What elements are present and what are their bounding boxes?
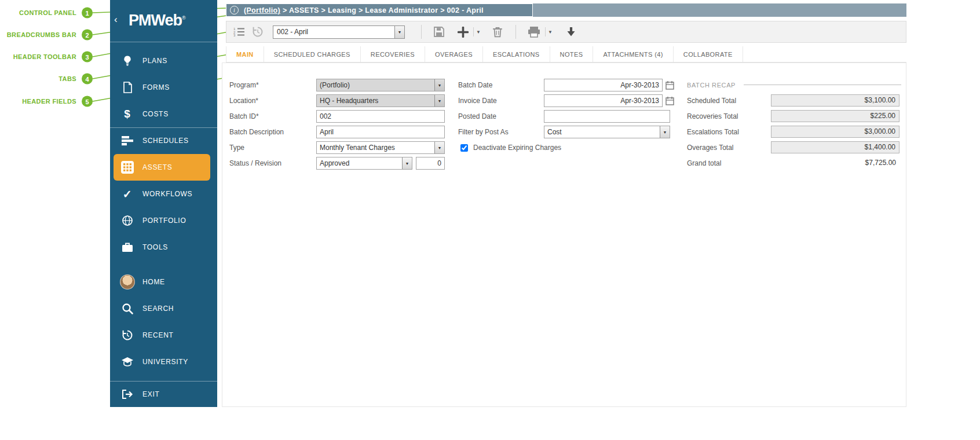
save-icon[interactable]: [433, 26, 445, 38]
toolbar-separator: [473, 27, 474, 36]
sidebar-group-main: PLANS FORMS $ COSTS: [110, 47, 217, 128]
toolbar-separator: [515, 25, 516, 39]
tab-main[interactable]: MAIN: [226, 46, 264, 62]
sidebar-item-label: UNIVERSITY: [142, 358, 188, 366]
search-icon: [120, 303, 135, 314]
annotation-label-control-panel: CONTROL PANEL: [0, 9, 76, 16]
batch-id-field[interactable]: [316, 110, 445, 123]
recoveries-total-value: $225.00: [771, 110, 899, 122]
collapse-sidebar-icon[interactable]: ‹: [114, 14, 118, 25]
record-selector[interactable]: 002 - April ▼: [273, 25, 405, 39]
sidebar-item-label: PORTFOLIO: [142, 217, 186, 225]
tab-recoveries[interactable]: RECOVERIES: [361, 46, 425, 62]
info-icon[interactable]: i: [230, 6, 239, 14]
annotation-label-breadcrumbs-bar: BREADCRUMBS BAR: [0, 31, 76, 38]
chevron-down-icon[interactable]: ▼: [402, 157, 412, 169]
sidebar-item-tools[interactable]: TOOLS: [110, 234, 217, 261]
sidebar-item-label: ASSETS: [142, 163, 173, 171]
sidebar-item-recent[interactable]: RECENT: [110, 322, 217, 349]
posted-date-field[interactable]: [544, 110, 670, 123]
add-record-icon[interactable]: [458, 27, 469, 38]
annotation-badge-1: 1: [82, 8, 93, 19]
sidebar-item-portfolio[interactable]: PORTFOLIO: [110, 207, 217, 234]
sidebar-item-assets[interactable]: ASSETS: [114, 154, 210, 181]
invoice-date-field[interactable]: [544, 94, 663, 107]
tab-collaborate[interactable]: COLLABORATE: [674, 46, 743, 62]
breadcrumb-portfolio-link[interactable]: (Portfolio): [244, 6, 280, 14]
print-icon[interactable]: [528, 26, 540, 38]
sidebar-group-exit: EXIT: [110, 382, 217, 407]
document-icon: [120, 82, 135, 93]
annotation-badge-5: 5: [82, 96, 93, 107]
breadcrumbs-bar: i (Portfolio)> ASSETS > Leasing > Lease …: [226, 3, 906, 17]
scheduled-total-value: $3,100.00: [771, 94, 899, 107]
exit-icon: [120, 389, 135, 399]
chevron-down-icon[interactable]: ▼: [434, 142, 444, 153]
filter-by-post-as-value: Cost: [544, 128, 660, 136]
chevron-down-icon[interactable]: ▼: [394, 26, 404, 38]
sidebar-logo-area: ‹ PMWeb®: [110, 0, 217, 42]
delete-icon[interactable]: [492, 26, 503, 38]
grand-total-label: Grand total: [687, 157, 721, 170]
tab-escalations[interactable]: ESCALATIONS: [483, 46, 550, 62]
annotation-badge-2: 2: [82, 30, 93, 41]
location-value: HQ - Headquarters: [317, 97, 434, 105]
chevron-down-icon[interactable]: ▼: [434, 79, 444, 91]
annotation-badge-3: 3: [82, 52, 93, 63]
type-select[interactable]: Monthly Tenant Charges ▼: [316, 141, 445, 154]
program-select[interactable]: (Portfolio) ▼: [316, 79, 445, 91]
escalations-total-label: Escalations Total: [687, 126, 739, 138]
revision-field[interactable]: [416, 157, 445, 170]
tab-notes[interactable]: NOTES: [550, 46, 594, 62]
chevron-down-icon[interactable]: ▼: [434, 95, 444, 107]
posted-date-label: Posted Date: [458, 110, 496, 123]
history-icon[interactable]: [252, 26, 264, 38]
escalations-total-value: $3,000.00: [771, 126, 899, 138]
scheduled-total-label: Scheduled Total: [687, 94, 736, 107]
breadcrumb-path: > ASSETS > Leasing > Lease Administrator…: [283, 6, 484, 14]
sidebar-item-forms[interactable]: FORMS: [110, 74, 217, 101]
sidebar-item-plans[interactable]: PLANS: [110, 47, 217, 74]
location-select[interactable]: HQ - Headquarters ▼: [316, 94, 445, 107]
schedule-bars-icon: [120, 135, 135, 146]
program-value: (Portfolio): [317, 81, 434, 89]
overages-total-value: $1,400.00: [771, 141, 899, 153]
sidebar-item-label: COSTS: [142, 110, 169, 118]
status-select[interactable]: Approved ▼: [316, 157, 412, 170]
batch-description-field[interactable]: [316, 126, 445, 138]
sidebar-item-workflows[interactable]: ✓ WORKFLOWS: [110, 181, 217, 207]
download-icon[interactable]: [565, 26, 577, 38]
sidebar-item-label: RECENT: [142, 331, 174, 339]
numbered-list-icon[interactable]: 123: [233, 27, 245, 37]
status-revision-label: Status / Revision: [229, 157, 281, 170]
sidebar-item-home[interactable]: HOME: [110, 269, 217, 295]
sidebar-item-label: WORKFLOWS: [142, 190, 192, 198]
sidebar-item-label: SCHEDULES: [142, 137, 189, 145]
sidebar-item-costs[interactable]: $ COSTS: [110, 101, 217, 127]
avatar: [120, 274, 135, 289]
deactivate-expiring-charges-checkbox[interactable]: [460, 144, 468, 152]
tab-attachments[interactable]: ATTACHMENTS (4): [593, 46, 673, 62]
add-options-chevron-icon[interactable]: ▼: [476, 30, 481, 35]
sidebar-item-university[interactable]: UNIVERSITY: [110, 349, 217, 375]
sidebar-item-search[interactable]: SEARCH: [110, 295, 217, 322]
batch-date-field[interactable]: [544, 79, 663, 91]
calendar-icon[interactable]: [665, 96, 674, 105]
sidebar-item-label: TOOLS: [142, 243, 168, 251]
chevron-down-icon[interactable]: ▼: [660, 126, 670, 138]
check-icon: ✓: [120, 188, 135, 201]
dollar-icon: $: [120, 108, 135, 120]
tab-scheduled-charges[interactable]: SCHEDULED CHARGES: [264, 46, 361, 62]
sidebar-item-exit[interactable]: EXIT: [110, 382, 217, 407]
invoice-date-label: Invoice Date: [458, 94, 497, 107]
grand-total-value: $7,725.00: [771, 157, 899, 169]
breadcrumb-text: (Portfolio)> ASSETS > Leasing > Lease Ad…: [244, 6, 484, 14]
print-options-chevron-icon[interactable]: ▼: [548, 30, 553, 35]
deactivate-expiring-charges-row: Deactivate Expiring Charges: [458, 141, 561, 154]
globe-icon: [120, 215, 135, 226]
sidebar-item-schedules[interactable]: SCHEDULES: [110, 127, 217, 154]
annotation-label-tabs: TABS: [0, 75, 76, 82]
tab-overages[interactable]: OVERAGES: [425, 46, 483, 62]
calendar-icon[interactable]: [665, 80, 674, 90]
filter-by-post-as-select[interactable]: Cost ▼: [544, 126, 670, 138]
